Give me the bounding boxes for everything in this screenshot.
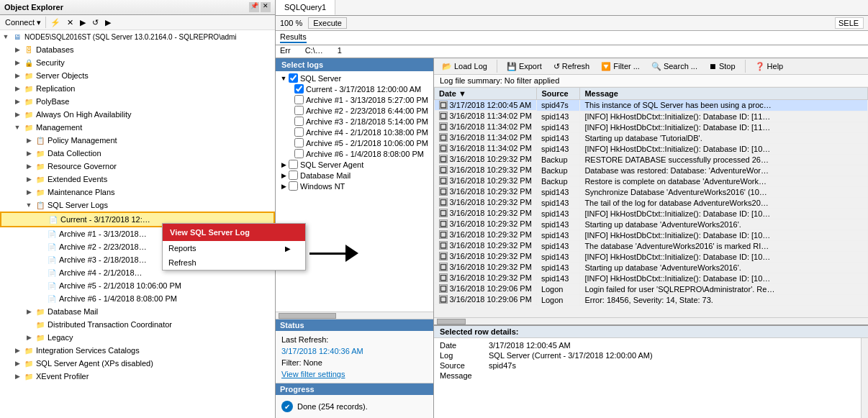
log-table-row[interactable]: 🔲 3/16/2018 11:34:02 PM spid143 [INFO] H… [435,143,868,154]
help-button[interactable]: ❓ Help [751,60,787,73]
expand-sql-logs[interactable]: ▼ [23,199,35,211]
tree-item-data-collection[interactable]: ▶ 📁 Data Collection [0,147,275,160]
expand-dbmail-logs[interactable]: ▶ [279,172,289,179]
check-current[interactable] [294,84,304,94]
tree-item-sql-logs[interactable]: ▼ 📋 SQL Server Logs [0,199,275,212]
view-filter-settings-link[interactable]: View filter settings [281,368,428,380]
expand-server-objects[interactable]: ▶ [12,70,23,81]
expand-alwayson[interactable]: ▶ [12,109,23,120]
expand-policy[interactable]: ▶ [23,135,35,146]
disconnect-button[interactable]: ✕ [65,17,76,28]
log-item-archive5[interactable]: Archive #5 - 2/1/2018 10:06:00 PM [277,137,432,148]
log-hscrollbar-thumb[interactable] [437,319,466,324]
check-archive3[interactable] [294,117,304,126]
log-table-row[interactable]: 🔲 3/16/2018 10:29:06 PM Logon Error: 184… [435,294,868,305]
logs-hscrollbar-thumb[interactable] [279,313,336,319]
log-table-row[interactable]: 🔲 3/16/2018 10:29:32 PM spid143 [INFO] H… [435,251,868,262]
tree-item-extended-events[interactable]: ▶ 📁 Extended Events [0,173,275,186]
tree-item-integration[interactable]: ▶ 📁 Integration Services Catalogs [0,344,275,357]
log-table-wrapper[interactable]: Date ▼ Source Message 🔲 3/17/2018 12:00:… [434,87,868,317]
log-table-row[interactable]: 🔲 3/17/2018 12:00:45 AM spid47s This ins… [435,100,868,112]
check-archive4[interactable] [294,127,304,137]
tree-item-polybase[interactable]: ▶ 📁 PolyBase [0,95,275,108]
expand-xevent[interactable]: ▶ [12,371,23,382]
refresh-log-button[interactable]: ↺ Refresh [550,60,594,73]
expand-legacy[interactable]: ▶ [23,332,35,343]
expand-extended-events[interactable]: ▶ [23,173,35,185]
expand-replication[interactable]: ▶ [12,83,23,94]
log-item-archive2[interactable]: Archive #2 - 2/23/2018 6:44:00 PM [277,105,432,116]
pin-icon[interactable]: 📌 [249,2,259,12]
log-table-row[interactable]: 🔲 3/16/2018 10:29:32 PM Backup Restore i… [435,176,868,186]
log-item-dbmail[interactable]: ▶ Database Mail [277,170,432,181]
check-archive6[interactable] [294,149,304,158]
log-item-current[interactable]: Current - 3/17/2018 12:00:00 AM [277,83,432,94]
tree-item-alwayson[interactable]: ▶ 📁 Always On High Availability [0,108,275,121]
filter-button[interactable]: ▶ [78,17,88,28]
new-query-button[interactable]: ⚡ [48,17,63,28]
log-table-row[interactable]: 🔲 3/16/2018 10:29:32 PM Backup Database … [435,165,868,176]
tree-item-policy[interactable]: ▶ 📋 Policy Management [0,134,275,147]
load-log-button[interactable]: 📂 Load Log [438,60,491,73]
tree-item-sql-agent[interactable]: ▶ 📁 SQL Server Agent (XPs disabled) [0,357,275,370]
view-filter-link-text[interactable]: View filter settings [281,370,345,378]
refresh-menu-item[interactable]: Refresh [163,255,305,270]
expand-integration[interactable]: ▶ [12,345,23,356]
expand-sqlserver-logs[interactable]: ▼ [279,75,289,82]
expand-security[interactable]: ▶ [12,57,23,68]
log-table-row[interactable]: 🔲 3/16/2018 10:29:32 PM spid143 [INFO] H… [435,273,868,283]
log-item-windowsnt[interactable]: ▶ Windows NT [277,181,432,191]
log-table-row[interactable]: 🔲 3/16/2018 10:29:32 PM Backup RESTORE D… [435,154,868,165]
log-item-archive6[interactable]: Archive #6 - 1/4/2018 8:08:00 PM [277,148,432,159]
col-date[interactable]: Date ▼ [435,88,537,100]
tree-item-security[interactable]: ▶ 🔒 Security [0,56,275,69]
log-table-row[interactable]: 🔲 3/16/2018 10:29:32 PM spid143 Starting… [435,219,868,230]
log-table-row[interactable]: 🔲 3/16/2018 10:29:32 PM spid143 The tail… [435,197,868,208]
expand-sqlagent-logs[interactable]: ▶ [279,161,289,168]
reports-menu-item[interactable]: Reports ▶ [163,241,305,255]
execute-button[interactable]: Execute [308,17,347,29]
expand-sql-agent[interactable]: ▶ [12,358,23,369]
tree-item-xevent[interactable]: ▶ 📁 XEvent Profiler [0,370,275,383]
log-item-archive3[interactable]: Archive #3 - 2/18/2018 5:14:00 PM [277,116,432,127]
check-dbmail[interactable] [289,171,298,180]
expand-server[interactable]: ▼ [0,31,12,42]
check-windowsnt[interactable] [289,181,298,191]
expand-resource-gov[interactable]: ▶ [23,160,35,172]
query-editor-content[interactable]: SELE [835,17,864,29]
log-table-row[interactable]: 🔲 3/16/2018 10:29:32 PM spid143 Starting… [435,262,868,273]
log-item-sqlagent[interactable]: ▶ SQL Server Agent [277,159,432,170]
tree-item-dist-txn[interactable]: 📁 Distributed Transaction Coordinator [0,318,275,331]
expand-db-mail[interactable]: ▶ [23,306,35,317]
logs-hscrollbar[interactable] [276,312,433,319]
tree-item-management[interactable]: ▼ 📁 Management [0,121,275,134]
log-table-row[interactable]: 🔲 3/16/2018 11:34:02 PM spid143 [INFO] H… [435,111,868,122]
tree-item-resource-gov[interactable]: ▶ 📁 Resource Governor [0,160,275,173]
tree-item-server-objects[interactable]: ▶ 📁 Server Objects [0,69,275,82]
tree-item-archive6[interactable]: 📄 Archive #6 - 1/4/2018 8:08:00 PM [0,292,275,305]
results-tab[interactable]: Results [280,32,307,43]
connect-button[interactable]: Connect ▾ [3,17,43,28]
check-sqlserver[interactable] [289,73,298,83]
expand-maint-plans[interactable]: ▶ [23,186,35,198]
tree-item-databases[interactable]: ▶ 🗄 Databases [0,43,275,56]
log-item-archive1[interactable]: Archive #1 - 3/13/2018 5:27:00 PM [277,94,432,105]
expand-polybase[interactable]: ▶ [12,96,23,107]
log-table-row[interactable]: 🔲 3/16/2018 11:34:02 PM spid143 Starting… [435,132,868,143]
col-message[interactable]: Message [580,88,868,100]
log-item-sqlserver[interactable]: ▼ SQL Server [277,73,432,83]
col-source[interactable]: Source [537,88,580,100]
check-sqlagent[interactable] [289,160,298,169]
log-table-row[interactable]: 🔲 3/16/2018 11:34:02 PM spid143 [INFO] H… [435,122,868,132]
filter-log-button[interactable]: 🔽 Filter ... [597,60,643,73]
tree-item-replication[interactable]: ▶ 📁 Replication [0,82,275,95]
check-archive2[interactable] [294,106,304,115]
stop-log-button[interactable]: ⏹ Stop [705,60,739,72]
tree-item-archive5[interactable]: 📄 Archive #5 - 2/1/2018 10:06:00 PM [0,279,275,292]
more-button[interactable]: ▶ [103,17,113,28]
search-log-button[interactable]: 🔍 Search ... [648,60,701,73]
tree-item-db-mail[interactable]: ▶ 📁 Database Mail [0,305,275,318]
expand-databases[interactable]: ▶ [12,44,23,55]
expand-windowsnt-logs[interactable]: ▶ [279,183,289,190]
close-icon[interactable]: ✕ [261,2,271,12]
